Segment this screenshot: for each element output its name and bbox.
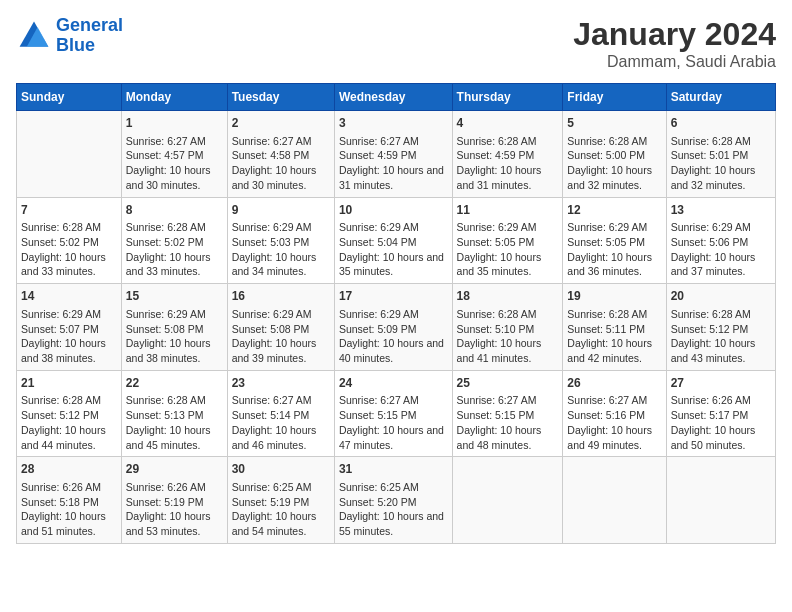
day-number: 17 (339, 288, 448, 305)
day-info: Sunrise: 6:29 AMSunset: 5:09 PMDaylight:… (339, 307, 448, 366)
day-number: 1 (126, 115, 223, 132)
day-number: 18 (457, 288, 559, 305)
day-info: Sunrise: 6:26 AMSunset: 5:19 PMDaylight:… (126, 480, 223, 539)
calendar-cell: 11Sunrise: 6:29 AMSunset: 5:05 PMDayligh… (452, 197, 563, 284)
day-number: 15 (126, 288, 223, 305)
day-info: Sunrise: 6:28 AMSunset: 5:12 PMDaylight:… (21, 393, 117, 452)
calendar-cell: 15Sunrise: 6:29 AMSunset: 5:08 PMDayligh… (121, 284, 227, 371)
page-title: January 2024 (573, 16, 776, 53)
calendar-week-row: 1Sunrise: 6:27 AMSunset: 4:57 PMDaylight… (17, 111, 776, 198)
calendar-cell: 31Sunrise: 6:25 AMSunset: 5:20 PMDayligh… (334, 457, 452, 544)
day-number: 13 (671, 202, 771, 219)
day-number: 4 (457, 115, 559, 132)
logo-text: General Blue (56, 16, 123, 56)
day-number: 6 (671, 115, 771, 132)
calendar-week-row: 14Sunrise: 6:29 AMSunset: 5:07 PMDayligh… (17, 284, 776, 371)
day-info: Sunrise: 6:29 AMSunset: 5:04 PMDaylight:… (339, 220, 448, 279)
day-number: 24 (339, 375, 448, 392)
calendar-cell: 30Sunrise: 6:25 AMSunset: 5:19 PMDayligh… (227, 457, 334, 544)
day-number: 12 (567, 202, 661, 219)
day-info: Sunrise: 6:27 AMSunset: 4:58 PMDaylight:… (232, 134, 330, 193)
calendar-cell: 2Sunrise: 6:27 AMSunset: 4:58 PMDaylight… (227, 111, 334, 198)
calendar-cell: 20Sunrise: 6:28 AMSunset: 5:12 PMDayligh… (666, 284, 775, 371)
day-info: Sunrise: 6:29 AMSunset: 5:06 PMDaylight:… (671, 220, 771, 279)
logo-icon (16, 18, 52, 54)
day-info: Sunrise: 6:27 AMSunset: 5:15 PMDaylight:… (339, 393, 448, 452)
day-number: 9 (232, 202, 330, 219)
day-number: 26 (567, 375, 661, 392)
calendar-cell: 21Sunrise: 6:28 AMSunset: 5:12 PMDayligh… (17, 370, 122, 457)
calendar-cell: 4Sunrise: 6:28 AMSunset: 4:59 PMDaylight… (452, 111, 563, 198)
calendar-week-row: 21Sunrise: 6:28 AMSunset: 5:12 PMDayligh… (17, 370, 776, 457)
calendar-cell: 28Sunrise: 6:26 AMSunset: 5:18 PMDayligh… (17, 457, 122, 544)
calendar-cell (563, 457, 666, 544)
weekday-header: Monday (121, 84, 227, 111)
page-subtitle: Dammam, Saudi Arabia (573, 53, 776, 71)
calendar-week-row: 28Sunrise: 6:26 AMSunset: 5:18 PMDayligh… (17, 457, 776, 544)
day-number: 10 (339, 202, 448, 219)
weekday-header: Friday (563, 84, 666, 111)
day-number: 21 (21, 375, 117, 392)
day-number: 16 (232, 288, 330, 305)
page-header: General Blue January 2024 Dammam, Saudi … (16, 16, 776, 71)
day-info: Sunrise: 6:28 AMSunset: 5:10 PMDaylight:… (457, 307, 559, 366)
calendar-cell: 9Sunrise: 6:29 AMSunset: 5:03 PMDaylight… (227, 197, 334, 284)
calendar-cell: 24Sunrise: 6:27 AMSunset: 5:15 PMDayligh… (334, 370, 452, 457)
day-info: Sunrise: 6:28 AMSunset: 5:01 PMDaylight:… (671, 134, 771, 193)
day-number: 11 (457, 202, 559, 219)
calendar-cell: 10Sunrise: 6:29 AMSunset: 5:04 PMDayligh… (334, 197, 452, 284)
weekday-header: Tuesday (227, 84, 334, 111)
calendar-cell: 7Sunrise: 6:28 AMSunset: 5:02 PMDaylight… (17, 197, 122, 284)
day-info: Sunrise: 6:29 AMSunset: 5:03 PMDaylight:… (232, 220, 330, 279)
day-number: 31 (339, 461, 448, 478)
day-info: Sunrise: 6:28 AMSunset: 4:59 PMDaylight:… (457, 134, 559, 193)
day-number: 8 (126, 202, 223, 219)
calendar-cell: 26Sunrise: 6:27 AMSunset: 5:16 PMDayligh… (563, 370, 666, 457)
day-number: 3 (339, 115, 448, 132)
day-number: 27 (671, 375, 771, 392)
day-number: 30 (232, 461, 330, 478)
calendar-cell: 3Sunrise: 6:27 AMSunset: 4:59 PMDaylight… (334, 111, 452, 198)
day-info: Sunrise: 6:29 AMSunset: 5:05 PMDaylight:… (567, 220, 661, 279)
day-info: Sunrise: 6:27 AMSunset: 5:16 PMDaylight:… (567, 393, 661, 452)
day-info: Sunrise: 6:28 AMSunset: 5:02 PMDaylight:… (126, 220, 223, 279)
calendar-week-row: 7Sunrise: 6:28 AMSunset: 5:02 PMDaylight… (17, 197, 776, 284)
calendar-cell (17, 111, 122, 198)
calendar-cell: 19Sunrise: 6:28 AMSunset: 5:11 PMDayligh… (563, 284, 666, 371)
day-info: Sunrise: 6:27 AMSunset: 5:14 PMDaylight:… (232, 393, 330, 452)
day-number: 14 (21, 288, 117, 305)
calendar-cell: 23Sunrise: 6:27 AMSunset: 5:14 PMDayligh… (227, 370, 334, 457)
day-info: Sunrise: 6:28 AMSunset: 5:00 PMDaylight:… (567, 134, 661, 193)
day-info: Sunrise: 6:28 AMSunset: 5:13 PMDaylight:… (126, 393, 223, 452)
day-info: Sunrise: 6:29 AMSunset: 5:08 PMDaylight:… (126, 307, 223, 366)
day-info: Sunrise: 6:27 AMSunset: 4:59 PMDaylight:… (339, 134, 448, 193)
calendar-cell: 12Sunrise: 6:29 AMSunset: 5:05 PMDayligh… (563, 197, 666, 284)
calendar-cell: 13Sunrise: 6:29 AMSunset: 5:06 PMDayligh… (666, 197, 775, 284)
day-number: 7 (21, 202, 117, 219)
day-number: 5 (567, 115, 661, 132)
weekday-header: Saturday (666, 84, 775, 111)
title-block: January 2024 Dammam, Saudi Arabia (573, 16, 776, 71)
calendar-cell (452, 457, 563, 544)
weekday-header: Sunday (17, 84, 122, 111)
day-number: 25 (457, 375, 559, 392)
calendar-cell: 1Sunrise: 6:27 AMSunset: 4:57 PMDaylight… (121, 111, 227, 198)
day-number: 28 (21, 461, 117, 478)
calendar-cell: 16Sunrise: 6:29 AMSunset: 5:08 PMDayligh… (227, 284, 334, 371)
calendar-cell: 5Sunrise: 6:28 AMSunset: 5:00 PMDaylight… (563, 111, 666, 198)
calendar-cell: 6Sunrise: 6:28 AMSunset: 5:01 PMDaylight… (666, 111, 775, 198)
day-info: Sunrise: 6:28 AMSunset: 5:12 PMDaylight:… (671, 307, 771, 366)
calendar-cell: 29Sunrise: 6:26 AMSunset: 5:19 PMDayligh… (121, 457, 227, 544)
calendar-cell: 25Sunrise: 6:27 AMSunset: 5:15 PMDayligh… (452, 370, 563, 457)
calendar-table: SundayMondayTuesdayWednesdayThursdayFrid… (16, 83, 776, 544)
day-number: 29 (126, 461, 223, 478)
calendar-cell: 18Sunrise: 6:28 AMSunset: 5:10 PMDayligh… (452, 284, 563, 371)
day-number: 2 (232, 115, 330, 132)
calendar-cell: 8Sunrise: 6:28 AMSunset: 5:02 PMDaylight… (121, 197, 227, 284)
day-info: Sunrise: 6:26 AMSunset: 5:17 PMDaylight:… (671, 393, 771, 452)
calendar-cell: 17Sunrise: 6:29 AMSunset: 5:09 PMDayligh… (334, 284, 452, 371)
weekday-header: Thursday (452, 84, 563, 111)
day-number: 19 (567, 288, 661, 305)
calendar-cell: 14Sunrise: 6:29 AMSunset: 5:07 PMDayligh… (17, 284, 122, 371)
calendar-cell (666, 457, 775, 544)
